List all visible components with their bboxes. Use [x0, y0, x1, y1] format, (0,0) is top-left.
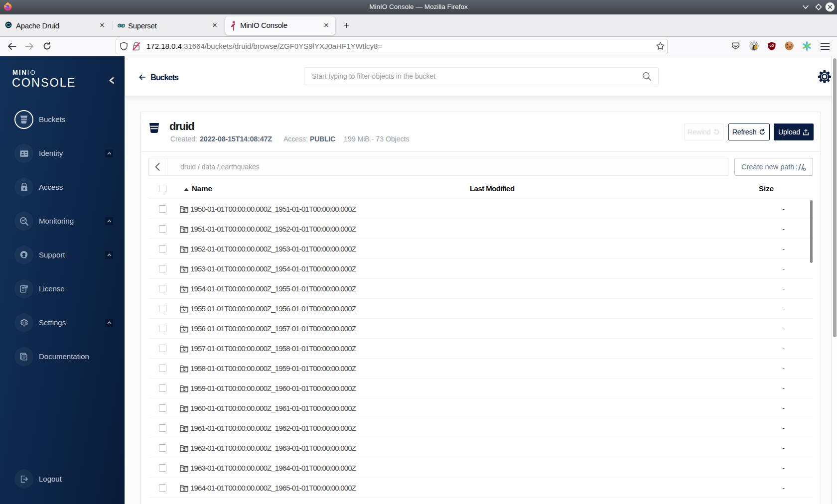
svg-text:uO: uO — [770, 44, 774, 47]
